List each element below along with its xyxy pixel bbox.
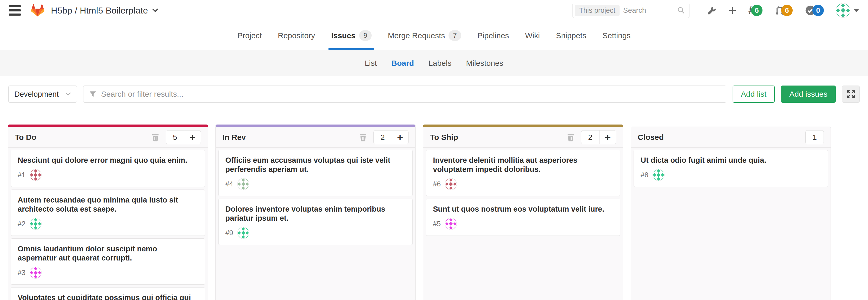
issue-id[interactable]: #6 [433, 180, 441, 188]
subtab-labels[interactable]: Labels [429, 59, 452, 68]
subtab-milestones[interactable]: Milestones [466, 59, 503, 68]
user-avatar [836, 3, 850, 18]
add-issue-to-list-button[interactable]: + [392, 130, 408, 144]
column-title: To Do [15, 133, 151, 142]
assignee-avatar[interactable] [445, 218, 457, 230]
issue-id[interactable]: #1 [18, 171, 26, 179]
delete-list-icon[interactable] [359, 133, 367, 142]
issue-id[interactable]: #9 [225, 229, 233, 237]
gitlab-logo-icon[interactable] [31, 4, 45, 17]
assignee-avatar[interactable] [653, 169, 664, 181]
issue-board: To Do 5 + Nesciunt qui dolore error magn… [8, 124, 868, 300]
project-nav: Project Repository Issues 9 Merge Reques… [0, 21, 868, 50]
tab-merge-requests[interactable]: Merge Requests 7 [387, 21, 462, 50]
add-issues-button[interactable]: Add issues [781, 86, 836, 103]
chevron-down-icon [65, 92, 71, 96]
column-title: To Ship [430, 133, 566, 142]
board-column-in-rev: In Rev 2 + Officiis eum accusamus volupt… [215, 124, 415, 300]
column-header: Closed 1 [631, 127, 831, 148]
todos-indicator[interactable]: 0 [805, 5, 824, 16]
subtab-board[interactable]: Board [392, 59, 414, 68]
column-header: To Do 5 + [8, 127, 208, 148]
assignee-avatar[interactable] [237, 178, 249, 190]
issue-card[interactable]: Dolores inventore voluptas enim temporib… [218, 199, 413, 245]
merge-requests-badge: 6 [781, 5, 793, 16]
card-list: Nesciunt qui dolore error magni quo quia… [8, 148, 208, 300]
issue-card[interactable]: Voluptates ut cupiditate possimus qui of… [11, 287, 205, 300]
filter-funnel-icon [89, 90, 96, 98]
assignee-avatar[interactable] [30, 267, 41, 279]
tab-project[interactable]: Project [237, 21, 263, 50]
board-filter-search[interactable] [83, 86, 726, 103]
issue-count: 1 [806, 130, 824, 144]
hamburger-menu-icon[interactable] [9, 5, 21, 16]
issue-count: 5 [166, 130, 184, 144]
global-search[interactable]: This project [572, 3, 689, 18]
tab-issues[interactable]: Issues 9 [330, 21, 373, 50]
card-list: Inventore deleniti mollitia aut asperior… [423, 148, 623, 240]
issue-card[interactable]: Nesciunt qui dolore error magni quo quia… [11, 150, 205, 187]
tab-wiki[interactable]: Wiki [524, 21, 541, 50]
issues-count-badge: 6 [751, 5, 763, 16]
issue-count-control: 1 [805, 130, 824, 144]
expand-icon [846, 90, 855, 98]
assignee-avatar[interactable] [445, 178, 457, 190]
assignee-avatar[interactable] [237, 227, 249, 239]
issue-id[interactable]: #8 [641, 171, 648, 179]
add-issue-to-list-button[interactable]: + [184, 130, 200, 144]
issues-sub-nav: List Board Labels Milestones [0, 50, 868, 76]
issue-card[interactable]: Ut dicta odio fugit animi unde quia. #8 [633, 150, 828, 187]
column-title: Closed [638, 133, 805, 142]
assignee-avatar[interactable] [30, 169, 41, 181]
issues-tab-badge: 9 [359, 30, 372, 41]
board-column-todo: To Do 5 + Nesciunt qui dolore error magn… [8, 124, 208, 300]
issue-count-control: 5 + [166, 130, 201, 144]
new-plus-icon[interactable]: + [728, 4, 736, 17]
column-title: In Rev [222, 133, 359, 142]
column-header: In Rev 2 + [216, 127, 415, 148]
assignee-avatar[interactable] [30, 218, 41, 230]
project-title[interactable]: H5bp / Html5 Boilerplate [51, 5, 148, 16]
subtab-list[interactable]: List [365, 59, 377, 68]
tab-settings[interactable]: Settings [601, 21, 631, 50]
issue-card[interactable]: Autem recusandae quo minima quia iusto s… [11, 189, 205, 236]
issue-count-control: 2 + [373, 130, 408, 144]
filter-search-input[interactable] [101, 90, 720, 98]
issue-card[interactable]: Inventore deleniti mollitia aut asperior… [426, 150, 620, 196]
issue-card[interactable]: Sunt ut quos nostrum eos voluptatum veli… [426, 199, 620, 236]
issue-id[interactable]: #3 [18, 269, 26, 277]
delete-list-icon[interactable] [151, 133, 160, 142]
search-input[interactable] [620, 6, 677, 14]
milestone-dropdown[interactable]: Development [8, 86, 77, 103]
tab-snippets[interactable]: Snippets [555, 21, 587, 50]
add-list-button[interactable]: Add list [733, 86, 775, 103]
fullscreen-expand-button[interactable] [842, 86, 860, 103]
todos-badge: 0 [812, 5, 824, 16]
admin-wrench-icon[interactable] [707, 5, 716, 16]
issue-count-control: 2 + [581, 130, 616, 144]
search-scope-chip: This project [575, 5, 620, 16]
issue-id[interactable]: #2 [18, 220, 26, 228]
board-column-to-ship: To Ship 2 + Inventore deleniti mollitia … [423, 124, 623, 300]
top-bar: H5bp / Html5 Boilerplate This project + … [0, 0, 868, 21]
chevron-down-icon[interactable] [152, 8, 158, 13]
issue-card[interactable]: Officiis eum accusamus voluptas qui iste… [218, 150, 413, 196]
user-menu-caret-icon [854, 9, 859, 12]
merge-requests-indicator[interactable]: 6 [774, 5, 793, 16]
card-list: Officiis eum accusamus voluptas qui iste… [216, 148, 415, 249]
issues-count-indicator[interactable]: # 6 [748, 4, 763, 17]
issue-id[interactable]: #4 [225, 180, 233, 188]
add-issue-to-list-button[interactable]: + [599, 130, 616, 144]
issue-id[interactable]: #5 [433, 220, 441, 228]
user-menu[interactable] [836, 3, 859, 18]
delete-list-icon[interactable] [566, 133, 575, 142]
column-header: To Ship 2 + [423, 127, 623, 148]
tab-pipelines[interactable]: Pipelines [476, 21, 510, 50]
issue-count: 2 [374, 130, 392, 144]
merge-requests-tab-badge: 7 [448, 30, 461, 41]
issue-card[interactable]: Omnis laudantium dolor suscipit nemo asp… [11, 238, 205, 284]
milestone-dropdown-value: Development [14, 90, 59, 98]
board-column-closed: Closed 1 Ut dicta odio fugit animi unde … [631, 127, 831, 300]
tab-repository[interactable]: Repository [277, 21, 316, 50]
card-list: Ut dicta odio fugit animi unde quia. #8 [631, 148, 831, 191]
